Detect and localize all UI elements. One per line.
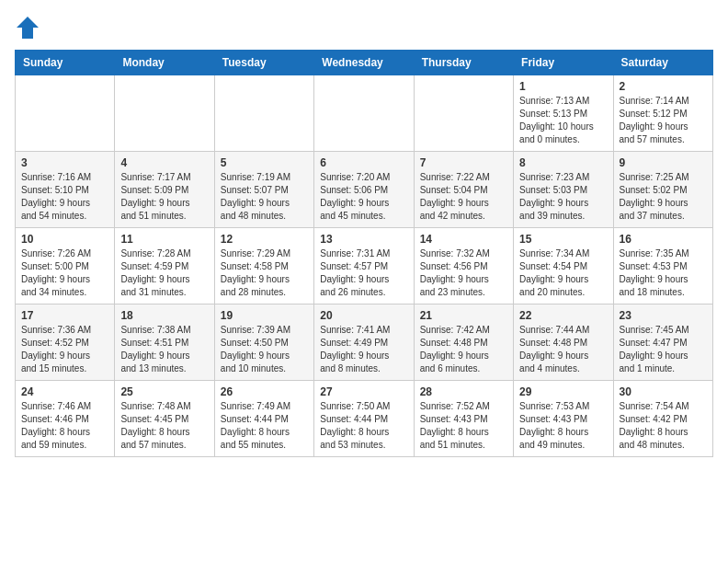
day-details: Sunrise: 7:26 AM Sunset: 5:00 PM Dayligh… <box>21 247 108 299</box>
calendar-cell: 12Sunrise: 7:29 AM Sunset: 4:58 PM Dayli… <box>214 228 313 304</box>
svg-marker-0 <box>17 17 39 39</box>
day-number: 1 <box>519 80 607 93</box>
day-details: Sunrise: 7:48 AM Sunset: 4:45 PM Dayligh… <box>120 400 208 452</box>
day-number: 28 <box>420 385 507 398</box>
weekday-header: Tuesday <box>214 51 313 75</box>
day-number: 14 <box>420 233 507 246</box>
day-details: Sunrise: 7:25 AM Sunset: 5:02 PM Dayligh… <box>620 171 707 223</box>
calendar-cell: 11Sunrise: 7:28 AM Sunset: 4:59 PM Dayli… <box>115 228 214 304</box>
day-number: 26 <box>221 385 308 398</box>
day-details: Sunrise: 7:29 AM Sunset: 4:58 PM Dayligh… <box>221 247 308 299</box>
day-number: 18 <box>120 309 208 322</box>
weekday-header: Saturday <box>613 51 712 75</box>
day-number: 20 <box>320 309 407 322</box>
day-details: Sunrise: 7:19 AM Sunset: 5:07 PM Dayligh… <box>221 171 308 223</box>
calendar-cell <box>214 75 313 152</box>
day-details: Sunrise: 7:46 AM Sunset: 4:46 PM Dayligh… <box>21 400 108 452</box>
day-details: Sunrise: 7:44 AM Sunset: 4:48 PM Dayligh… <box>519 324 607 375</box>
day-number: 25 <box>120 385 208 398</box>
day-number: 10 <box>21 233 108 246</box>
day-number: 19 <box>221 309 308 322</box>
calendar-cell <box>16 75 115 152</box>
calendar-cell: 8Sunrise: 7:23 AM Sunset: 5:03 PM Daylig… <box>514 152 613 228</box>
calendar-cell: 13Sunrise: 7:31 AM Sunset: 4:57 PM Dayli… <box>314 228 414 304</box>
calendar-cell: 2Sunrise: 7:14 AM Sunset: 5:12 PM Daylig… <box>613 75 712 152</box>
calendar-week-row: 24Sunrise: 7:46 AM Sunset: 4:46 PM Dayli… <box>16 381 713 457</box>
day-details: Sunrise: 7:49 AM Sunset: 4:44 PM Dayligh… <box>221 400 308 452</box>
day-details: Sunrise: 7:34 AM Sunset: 4:54 PM Dayligh… <box>519 247 607 299</box>
day-number: 17 <box>21 309 108 322</box>
calendar-header-row: SundayMondayTuesdayWednesdayThursdayFrid… <box>16 51 713 75</box>
weekday-header: Monday <box>115 51 214 75</box>
calendar-week-row: 3Sunrise: 7:16 AM Sunset: 5:10 PM Daylig… <box>16 152 713 228</box>
calendar-cell: 4Sunrise: 7:17 AM Sunset: 5:09 PM Daylig… <box>115 152 214 228</box>
day-number: 13 <box>320 233 407 246</box>
day-details: Sunrise: 7:45 AM Sunset: 4:47 PM Dayligh… <box>620 324 707 375</box>
day-number: 6 <box>320 156 407 169</box>
calendar-cell: 29Sunrise: 7:53 AM Sunset: 4:43 PM Dayli… <box>514 381 613 457</box>
calendar-cell: 23Sunrise: 7:45 AM Sunset: 4:47 PM Dayli… <box>613 304 712 381</box>
calendar: SundayMondayTuesdayWednesdayThursdayFrid… <box>15 50 713 457</box>
day-number: 7 <box>420 156 507 169</box>
day-details: Sunrise: 7:50 AM Sunset: 4:44 PM Dayligh… <box>320 400 407 452</box>
day-details: Sunrise: 7:13 AM Sunset: 5:13 PM Dayligh… <box>519 95 607 146</box>
day-details: Sunrise: 7:28 AM Sunset: 4:59 PM Dayligh… <box>120 247 208 299</box>
day-details: Sunrise: 7:22 AM Sunset: 5:04 PM Dayligh… <box>420 171 507 223</box>
calendar-cell: 10Sunrise: 7:26 AM Sunset: 5:00 PM Dayli… <box>16 228 115 304</box>
day-details: Sunrise: 7:54 AM Sunset: 4:42 PM Dayligh… <box>620 400 707 452</box>
calendar-cell: 18Sunrise: 7:38 AM Sunset: 4:51 PM Dayli… <box>115 304 214 381</box>
day-number: 23 <box>620 309 707 322</box>
day-number: 3 <box>21 156 108 169</box>
calendar-cell: 15Sunrise: 7:34 AM Sunset: 4:54 PM Dayli… <box>514 228 613 304</box>
calendar-cell: 7Sunrise: 7:22 AM Sunset: 5:04 PM Daylig… <box>414 152 513 228</box>
day-details: Sunrise: 7:41 AM Sunset: 4:49 PM Dayligh… <box>320 324 407 375</box>
day-details: Sunrise: 7:39 AM Sunset: 4:50 PM Dayligh… <box>221 324 308 375</box>
day-number: 16 <box>620 233 707 246</box>
calendar-cell: 17Sunrise: 7:36 AM Sunset: 4:52 PM Dayli… <box>16 304 115 381</box>
calendar-cell <box>414 75 513 152</box>
day-details: Sunrise: 7:31 AM Sunset: 4:57 PM Dayligh… <box>320 247 407 299</box>
day-number: 9 <box>620 156 707 169</box>
day-number: 5 <box>221 156 308 169</box>
calendar-cell: 28Sunrise: 7:52 AM Sunset: 4:43 PM Dayli… <box>414 381 513 457</box>
day-number: 22 <box>519 309 607 322</box>
calendar-cell: 1Sunrise: 7:13 AM Sunset: 5:13 PM Daylig… <box>514 75 613 152</box>
day-details: Sunrise: 7:20 AM Sunset: 5:06 PM Dayligh… <box>320 171 407 223</box>
day-details: Sunrise: 7:36 AM Sunset: 4:52 PM Dayligh… <box>21 324 108 375</box>
day-number: 12 <box>221 233 308 246</box>
calendar-cell: 16Sunrise: 7:35 AM Sunset: 4:53 PM Dayli… <box>613 228 712 304</box>
calendar-cell <box>314 75 414 152</box>
weekday-header: Friday <box>514 51 613 75</box>
calendar-cell: 14Sunrise: 7:32 AM Sunset: 4:56 PM Dayli… <box>414 228 513 304</box>
header <box>15 15 713 40</box>
day-details: Sunrise: 7:42 AM Sunset: 4:48 PM Dayligh… <box>420 324 507 375</box>
day-number: 21 <box>420 309 507 322</box>
calendar-cell: 24Sunrise: 7:46 AM Sunset: 4:46 PM Dayli… <box>16 381 115 457</box>
weekday-header: Wednesday <box>314 51 414 75</box>
day-details: Sunrise: 7:32 AM Sunset: 4:56 PM Dayligh… <box>420 247 507 299</box>
calendar-cell: 9Sunrise: 7:25 AM Sunset: 5:02 PM Daylig… <box>613 152 712 228</box>
calendar-cell <box>115 75 214 152</box>
day-details: Sunrise: 7:23 AM Sunset: 5:03 PM Dayligh… <box>519 171 607 223</box>
day-details: Sunrise: 7:38 AM Sunset: 4:51 PM Dayligh… <box>120 324 208 375</box>
day-number: 30 <box>620 385 707 398</box>
day-details: Sunrise: 7:35 AM Sunset: 4:53 PM Dayligh… <box>620 247 707 299</box>
calendar-cell: 3Sunrise: 7:16 AM Sunset: 5:10 PM Daylig… <box>16 152 115 228</box>
day-number: 4 <box>120 156 208 169</box>
calendar-cell: 26Sunrise: 7:49 AM Sunset: 4:44 PM Dayli… <box>214 381 313 457</box>
day-details: Sunrise: 7:14 AM Sunset: 5:12 PM Dayligh… <box>620 95 707 146</box>
calendar-cell: 25Sunrise: 7:48 AM Sunset: 4:45 PM Dayli… <box>115 381 214 457</box>
calendar-week-row: 1Sunrise: 7:13 AM Sunset: 5:13 PM Daylig… <box>16 75 713 152</box>
calendar-week-row: 17Sunrise: 7:36 AM Sunset: 4:52 PM Dayli… <box>16 304 713 381</box>
day-details: Sunrise: 7:52 AM Sunset: 4:43 PM Dayligh… <box>420 400 507 452</box>
calendar-cell: 27Sunrise: 7:50 AM Sunset: 4:44 PM Dayli… <box>314 381 414 457</box>
logo <box>15 15 44 40</box>
day-number: 29 <box>519 385 607 398</box>
logo-icon <box>15 15 40 40</box>
day-number: 2 <box>620 80 707 93</box>
calendar-cell: 21Sunrise: 7:42 AM Sunset: 4:48 PM Dayli… <box>414 304 513 381</box>
day-number: 11 <box>120 233 208 246</box>
calendar-cell: 30Sunrise: 7:54 AM Sunset: 4:42 PM Dayli… <box>613 381 712 457</box>
calendar-cell: 6Sunrise: 7:20 AM Sunset: 5:06 PM Daylig… <box>314 152 414 228</box>
day-details: Sunrise: 7:17 AM Sunset: 5:09 PM Dayligh… <box>120 171 208 223</box>
